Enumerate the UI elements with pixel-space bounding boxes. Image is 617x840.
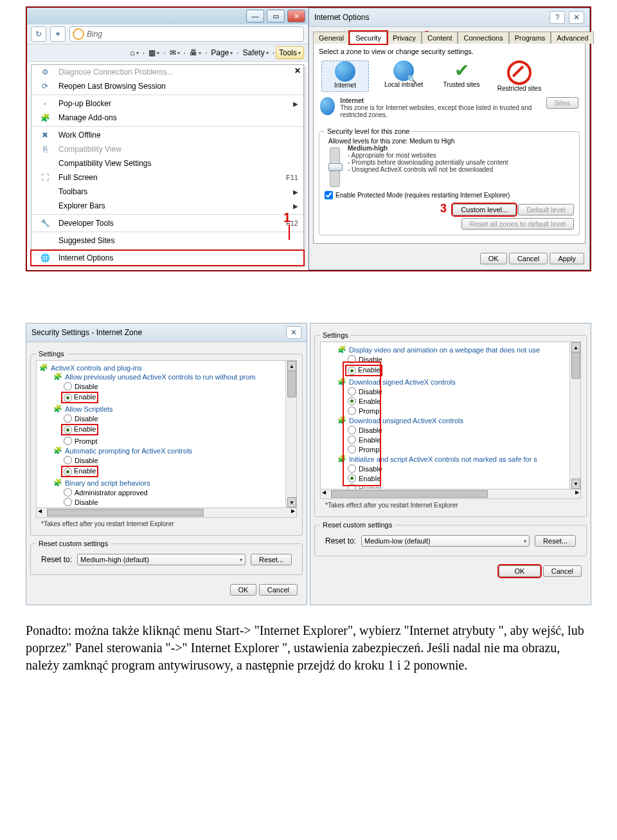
ok-button[interactable]: OK — [499, 565, 541, 577]
tab-general[interactable]: General — [313, 32, 350, 44]
zone-restricted[interactable]: Restricted sites — [496, 60, 542, 92]
ss2-reset-legend: Reset custom settings — [320, 521, 395, 529]
zone-trusted[interactable]: ✔Trusted sites — [438, 60, 485, 92]
reset-button[interactable]: Reset... — [535, 535, 576, 547]
cancel-button[interactable]: Cancel — [259, 584, 298, 596]
custom-level-button[interactable]: Custom level... — [452, 204, 516, 215]
page-menu[interactable]: Page ▾ — [208, 47, 235, 59]
zone-internet[interactable]: Internet — [321, 60, 369, 92]
radio-disable[interactable]: Disable — [39, 414, 294, 423]
hdr-activex: 🧩 ActiveX controls and plug-ins — [39, 363, 294, 372]
scroll-up-icon[interactable]: ▲ — [287, 361, 296, 371]
mi-offline[interactable]: ✖Work Offline — [31, 128, 303, 142]
tab-advanced[interactable]: Advanced — [551, 32, 594, 44]
mi-fullscreen[interactable]: ⛶Full ScreenF11 — [31, 170, 303, 185]
zone-local-intranet[interactable]: Local intranet — [380, 60, 427, 92]
radio-disable[interactable]: Disable — [39, 455, 294, 465]
radio-enable[interactable]: Enable — [39, 465, 294, 478]
mi-addons[interactable]: 🧩Manage Add-ons — [31, 111, 303, 125]
reset-button[interactable]: Reset... — [251, 554, 292, 565]
mi-suggested[interactable]: Suggested Sites — [31, 233, 303, 248]
radio-adminapp[interactable]: Administrator approved — [39, 488, 294, 497]
ss1-reset-legend: Reset custom settings — [36, 540, 111, 547]
ok-button[interactable]: OK — [480, 253, 507, 264]
radio-enable[interactable]: Enable — [39, 423, 294, 436]
radio-prompt[interactable]: Prompt — [323, 483, 578, 489]
tab-privacy[interactable]: Privacy — [387, 32, 422, 44]
close-button[interactable]: ✕ — [569, 11, 584, 24]
reset-dropdown[interactable]: Medium-high (default)▾ — [77, 554, 246, 565]
scrollbar[interactable]: ▲▼ — [569, 342, 580, 489]
tab-security[interactable]: Security — [350, 32, 387, 44]
reset-zones-button[interactable]: Reset all zones to default level — [461, 218, 574, 230]
mi-popup[interactable]: ▫Pop-up Blocker▶ — [31, 96, 303, 111]
security-slider[interactable] — [330, 147, 340, 187]
default-level-button[interactable]: Default level — [518, 204, 574, 215]
radio-disable[interactable]: Disable — [323, 425, 578, 435]
apply-button[interactable]: Apply — [550, 253, 584, 264]
tab-connections[interactable]: Connections — [458, 32, 508, 44]
mi-toolbars[interactable]: Toolbars▶ — [31, 185, 303, 199]
help-button[interactable]: ? — [550, 11, 565, 24]
mail-icon[interactable]: ✉▾ — [167, 47, 183, 59]
refresh-icon[interactable]: ↻ — [31, 26, 46, 42]
protected-mode-checkbox[interactable]: Enable Protected Mode (requires restarti… — [325, 191, 574, 199]
feed-icon[interactable]: ▦▾ — [146, 47, 162, 59]
scrollbar[interactable]: ▲▼ — [285, 361, 296, 507]
radio-prompt[interactable]: Prompt — [323, 406, 578, 415]
radio-enable[interactable]: Enable — [323, 435, 578, 444]
close-button[interactable]: ✕ — [287, 10, 305, 23]
scroll-down-icon[interactable]: ▼ — [287, 497, 296, 507]
home-icon[interactable]: ⌂▾ — [128, 47, 141, 59]
bottom-figure: Security Settings - Internet Zone ✕ Sett… — [26, 323, 591, 605]
reopen-icon: ⟳ — [37, 82, 53, 91]
radio-disable[interactable]: Disable — [323, 387, 578, 396]
ss1-tree[interactable]: 🧩 ActiveX controls and plug-ins 🧩 Allow … — [36, 360, 297, 508]
mi-internet-options[interactable]: 🌐Internet Options — [31, 251, 303, 265]
h-scrollbar[interactable]: ◀▶ — [36, 508, 297, 518]
security-level-legend: Security level for this zone — [325, 127, 412, 135]
safety-menu[interactable]: Safety ▾ — [240, 47, 271, 59]
tools-menu[interactable]: Tools ▾ — [276, 46, 304, 59]
radio-disable[interactable]: Disable — [323, 464, 578, 473]
ss2-tree[interactable]: 🧩 Display video and animation on a webpa… — [320, 342, 581, 489]
reset-to-label: Reset to: — [41, 555, 72, 564]
mi-compat-settings[interactable]: Compatibility View Settings — [31, 156, 303, 170]
tab-programs[interactable]: Programs — [509, 32, 551, 44]
level-desc: Medium-high - Appropriate for most websi… — [348, 145, 508, 187]
h-scrollbar[interactable]: ◀▶ — [320, 489, 581, 499]
allowed-levels: Allowed levels for this zone: Medium to … — [325, 138, 574, 145]
radio-prompt[interactable]: Prompt — [323, 444, 578, 454]
sites-button[interactable]: Sites — [546, 97, 578, 109]
ss2-settings-group: Settings 🧩 Display video and animation o… — [314, 331, 587, 517]
ok-button[interactable]: OK — [230, 584, 257, 596]
search-box[interactable]: Bing — [69, 26, 304, 42]
tab-content[interactable]: Content — [422, 32, 458, 44]
minimize-button[interactable]: — — [246, 10, 264, 23]
cancel-button[interactable]: Cancel — [543, 565, 582, 577]
scroll-down-icon[interactable]: ▼ — [571, 479, 580, 489]
maximize-button[interactable]: ▭ — [267, 10, 285, 23]
ss2-reset-group: Reset custom settings Reset to: Medium-l… — [314, 521, 587, 556]
radio-enable[interactable]: Enable — [323, 364, 578, 377]
mi-devtools[interactable]: 🔧Developer ToolsF12 — [31, 216, 303, 230]
radio-disable[interactable]: Disable — [323, 354, 578, 364]
item-allowprev: 🧩 Allow previously unused ActiveX contro… — [39, 372, 294, 381]
radio-enable[interactable]: Enable — [323, 396, 578, 406]
reset-dropdown[interactable]: Medium-low (default)▾ — [361, 535, 530, 547]
mi-reopen[interactable]: ⟳Reopen Last Browsing Session — [31, 79, 303, 93]
radio-enable[interactable]: Enable — [323, 473, 578, 483]
radio-enable[interactable]: Enable — [39, 391, 294, 404]
ss1-title: Security Settings - Internet Zone — [31, 328, 142, 337]
cancel-button[interactable]: Cancel — [509, 253, 548, 264]
radio-prompt[interactable]: Prompt — [39, 436, 294, 446]
radio-disable[interactable]: Disable — [39, 497, 294, 507]
slider-thumb[interactable] — [328, 163, 343, 171]
mi-explorer-bars[interactable]: Explorer Bars▶ — [31, 199, 303, 213]
radio-disable[interactable]: Disable — [39, 381, 294, 391]
offline-icon: ✖ — [37, 131, 53, 140]
close-button[interactable]: ✕ — [286, 326, 301, 339]
reload-icon[interactable]: ✶ — [50, 26, 66, 42]
scroll-up-icon[interactable]: ▲ — [571, 342, 580, 352]
print-icon[interactable]: 🖶▾ — [187, 47, 204, 59]
